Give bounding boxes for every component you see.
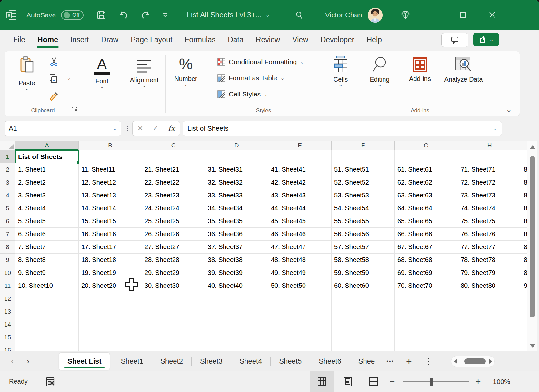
cell-C10[interactable]: 29. Sheet29	[142, 266, 205, 279]
formula-bar-handle-icon[interactable]: ⋮	[125, 125, 131, 132]
cell-D6[interactable]: 35. Sheet35	[205, 215, 268, 228]
sheet-tab-sheet-list[interactable]: Sheet List	[59, 353, 110, 370]
cell-C6[interactable]: 25. Sheet25	[142, 215, 205, 228]
cell-G12[interactable]	[395, 292, 458, 305]
ribbon-tab-home[interactable]: Home	[31, 30, 64, 49]
cell-G11[interactable]: 70. Sheet70	[395, 279, 458, 292]
cell-F11[interactable]: 60. Sheet60	[332, 279, 395, 292]
cell-C16[interactable]	[142, 344, 205, 351]
cell-A6[interactable]: 5. Sheet5	[15, 215, 79, 228]
cell-H2[interactable]: 71. Sheet71	[458, 163, 521, 176]
column-header-G[interactable]: G	[395, 141, 458, 150]
cell-F7[interactable]: 56. Sheet56	[332, 228, 395, 241]
ribbon-tab-help[interactable]: Help	[361, 30, 388, 49]
cell-D8[interactable]: 37. Sheet37	[205, 241, 268, 254]
cell-I11[interactable]: 90. Sheet90	[521, 279, 527, 292]
cell-I5[interactable]: 84. Sheet84	[521, 202, 527, 215]
cell-A13[interactable]	[15, 305, 79, 318]
sheet-tab-sheet6[interactable]: Sheet6	[310, 353, 350, 370]
row-header-3[interactable]: 3	[0, 176, 15, 189]
cell-E8[interactable]: 47. Sheet47	[268, 241, 332, 254]
column-header-I[interactable]: I	[521, 141, 527, 150]
cell-A14[interactable]	[15, 318, 79, 331]
cell-F15[interactable]	[332, 331, 395, 344]
cell-C3[interactable]: 22. Sheet22	[142, 176, 205, 189]
cell-C7[interactable]: 26. Sheet26	[142, 228, 205, 241]
cell-B16[interactable]	[79, 344, 142, 351]
cell-D5[interactable]: 34. Sheet34	[205, 202, 268, 215]
cell-F2[interactable]: 51. Sheet51	[332, 163, 395, 176]
zoom-in-button[interactable]: +	[475, 377, 481, 387]
row-header-7[interactable]: 7	[0, 228, 15, 241]
previous-sheet-arrow-icon[interactable]: ‹	[6, 356, 18, 366]
cell-D10[interactable]: 39. Sheet39	[205, 266, 268, 279]
cell-G1[interactable]	[395, 150, 458, 163]
quick-access-toolbar-chevron-icon[interactable]	[162, 12, 169, 19]
cell-B3[interactable]: 12. Sheet12	[79, 176, 142, 189]
analyze-data-button[interactable]: Analyze Data	[441, 56, 486, 84]
cell-E10[interactable]: 49. Sheet49	[268, 266, 332, 279]
cell-C14[interactable]	[142, 318, 205, 331]
cell-B7[interactable]: 16. Sheet16	[79, 228, 142, 241]
cell-B13[interactable]	[79, 305, 142, 318]
cell-C9[interactable]: 28. Sheet28	[142, 254, 205, 266]
cell-B5[interactable]: 14. Sheet14	[79, 202, 142, 215]
cell-H1[interactable]	[458, 150, 521, 163]
cell-A5[interactable]: 4. Sheet4	[15, 202, 79, 215]
collapse-ribbon-chevron-icon[interactable]: ⌄	[506, 108, 512, 111]
cell-E14[interactable]	[268, 318, 332, 331]
cell-D9[interactable]: 38. Sheet38	[205, 254, 268, 266]
cell-C1[interactable]	[142, 150, 205, 163]
cell-A16[interactable]	[15, 344, 79, 351]
name-box[interactable]: A1 ⌄	[5, 121, 121, 136]
cell-E11[interactable]: 50. Sheet50	[268, 279, 332, 292]
format-as-table-button[interactable]: Format as Table ⌄	[217, 70, 321, 86]
cell-D2[interactable]: 31. Sheet31	[205, 163, 268, 176]
copy-chevron-icon[interactable]: ⌄	[67, 76, 71, 80]
ribbon-tab-file[interactable]: File	[7, 30, 31, 49]
row-header-2[interactable]: 2	[0, 163, 15, 176]
macro-recording-icon[interactable]	[46, 377, 55, 388]
cell-H13[interactable]	[458, 305, 521, 318]
zoom-slider-thumb[interactable]	[430, 378, 433, 386]
cell-D14[interactable]	[205, 318, 268, 331]
cell-I13[interactable]	[521, 305, 527, 318]
cell-C13[interactable]	[142, 305, 205, 318]
cell-H7[interactable]: 76. Sheet76	[458, 228, 521, 241]
cell-H10[interactable]: 79. Sheet79	[458, 266, 521, 279]
cell-E6[interactable]: 45. Sheet45	[268, 215, 332, 228]
column-header-A[interactable]: A	[15, 141, 79, 150]
cell-G9[interactable]: 68. Sheet68	[395, 254, 458, 266]
cell-F6[interactable]: 55. Sheet55	[332, 215, 395, 228]
document-title[interactable]: List All Sheets Lvl 3+... ⌄	[187, 11, 270, 19]
cell-I7[interactable]: 86. Sheet86	[521, 228, 527, 241]
cell-E3[interactable]: 42. Sheet42	[268, 176, 332, 189]
cell-H8[interactable]: 77. Sheet77	[458, 241, 521, 254]
autosave-toggle[interactable]: Off	[61, 10, 84, 20]
cell-E15[interactable]	[268, 331, 332, 344]
cell-G4[interactable]: 63. Sheet63	[395, 189, 458, 202]
column-header-B[interactable]: B	[79, 141, 142, 150]
comments-button[interactable]	[441, 33, 468, 47]
paste-button[interactable]: Paste ⌄	[14, 56, 40, 90]
addins-button[interactable]: Add-ins	[399, 56, 441, 83]
minimize-button[interactable]	[428, 9, 441, 21]
cell-D12[interactable]	[205, 292, 268, 305]
cell-E4[interactable]: 43. Sheet43	[268, 189, 332, 202]
cell-H15[interactable]	[458, 331, 521, 344]
expand-formula-bar-chevron-icon[interactable]: ⌄	[492, 127, 497, 130]
scroll-up-arrow-icon[interactable]	[530, 145, 535, 149]
column-header-D[interactable]: D	[205, 141, 268, 150]
cell-E5[interactable]: 44. Sheet44	[268, 202, 332, 215]
cell-H9[interactable]: 78. Sheet78	[458, 254, 521, 266]
cell-C15[interactable]	[142, 331, 205, 344]
cell-G2[interactable]: 61. Sheet61	[395, 163, 458, 176]
cell-I12[interactable]	[521, 292, 527, 305]
row-header-10[interactable]: 10	[0, 266, 15, 279]
cell-F14[interactable]	[332, 318, 395, 331]
cell-E7[interactable]: 46. Sheet46	[268, 228, 332, 241]
cell-A8[interactable]: 7. Sheet7	[15, 241, 79, 254]
sheet-options-kebab-icon[interactable]: ⋮	[425, 357, 433, 366]
cell-A12[interactable]	[15, 292, 79, 305]
sheet-tab-sheet1[interactable]: Sheet1	[112, 353, 152, 370]
